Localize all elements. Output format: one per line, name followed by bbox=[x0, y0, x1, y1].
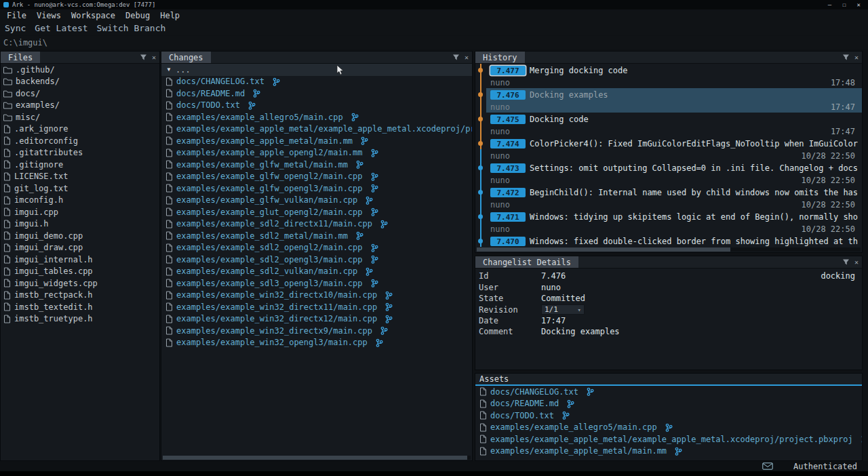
asset-file-row[interactable]: examples/example_allegro5/main.cpp bbox=[475, 422, 862, 434]
history-entry[interactable]: 7.472 BeginChild(): Internal name used b… bbox=[475, 186, 862, 210]
changed-file-row[interactable]: examples/example_glfw_opengl2/main.cpp bbox=[161, 171, 472, 183]
close-panel-icon[interactable]: ✕ bbox=[854, 54, 859, 61]
file-tree-item[interactable]: imgui_demo.cpp bbox=[1, 230, 159, 242]
changelist-details-panel: Changelist Details ✕ Id7.476docking User… bbox=[475, 256, 863, 370]
changed-file-row[interactable]: examples/example_allegro5/main.cpp bbox=[161, 111, 472, 123]
menu-views[interactable]: Views bbox=[37, 11, 61, 20]
file-tree-item[interactable]: imgui_tables.cpp bbox=[1, 266, 159, 278]
close-panel-icon[interactable]: ✕ bbox=[152, 54, 156, 61]
asset-file-row[interactable]: docs/README.md bbox=[475, 398, 862, 410]
close-button[interactable]: ✕ bbox=[857, 1, 861, 8]
changed-file-row[interactable]: examples/example_glfw_metal/main.mm bbox=[161, 159, 472, 171]
file-name: imconfig.h bbox=[14, 195, 63, 205]
filter-icon[interactable] bbox=[842, 258, 850, 266]
changed-file-row[interactable]: examples/example_glfw_opengl3/main.cpp bbox=[161, 182, 472, 195]
changed-file-row[interactable]: examples/example_win32_directx9/main.cpp bbox=[161, 325, 472, 337]
tab-files[interactable]: Files bbox=[1, 52, 40, 63]
changed-file-row[interactable]: examples/example_win32_directx10/main.cp… bbox=[161, 290, 472, 302]
asset-file-row[interactable]: examples/example_apple_metal/main.mm bbox=[475, 445, 862, 458]
asset-file-path: examples/example_apple_metal/example_app… bbox=[490, 435, 853, 444]
auth-icon bbox=[762, 462, 773, 470]
file-tree-item[interactable]: .ark_ignore bbox=[1, 123, 159, 136]
tab-changes[interactable]: Changes bbox=[161, 52, 211, 63]
file-name: imgui_tables.cpp bbox=[14, 266, 93, 276]
changed-file-row[interactable]: examples/example_apple_metal/main.mm bbox=[161, 135, 472, 147]
changed-file-row[interactable]: examples/example_sdl2_directx11/main.cpp bbox=[161, 218, 472, 231]
menu-help[interactable]: Help bbox=[160, 11, 180, 20]
tab-history[interactable]: History bbox=[475, 52, 525, 63]
changed-file-row[interactable]: examples/example_sdl2_vulkan/main.cpp bbox=[161, 266, 472, 278]
asset-file-row[interactable]: docs/TODO.txt bbox=[475, 410, 862, 422]
detail-row-revision: Revision 1/1 ▾ bbox=[475, 304, 862, 316]
history-entry[interactable]: 7.473 Settings: omit outputing Collapsed… bbox=[475, 161, 862, 186]
changes-root-row[interactable]: ▼ ... bbox=[161, 64, 472, 76]
changed-file-row[interactable]: examples/example_win32_directx12/main.cp… bbox=[161, 313, 472, 325]
changed-file-row[interactable]: examples/example_win32_opengl3/main.cpp bbox=[161, 337, 472, 349]
file-tree-item[interactable]: imgui.cpp bbox=[1, 206, 159, 218]
horizontal-scrollbar[interactable] bbox=[163, 456, 471, 460]
changed-file-row[interactable]: examples/example_sdl2_metal/main.mm bbox=[161, 230, 472, 242]
branch-icon bbox=[385, 302, 393, 311]
file-tree-item[interactable]: imstb_truetype.h bbox=[1, 313, 159, 325]
file-tree-item[interactable]: imconfig.h bbox=[1, 195, 159, 207]
file-tree-item[interactable]: docs/ bbox=[1, 87, 159, 100]
changed-file-row[interactable]: docs/README.md bbox=[161, 87, 472, 100]
switch-branch-button[interactable]: Switch Branch bbox=[97, 23, 166, 33]
file-tree-item[interactable]: imgui_internal.h bbox=[1, 254, 159, 266]
asset-file-row[interactable]: examples/example_apple_metal/example_app… bbox=[475, 433, 862, 445]
filter-icon[interactable] bbox=[842, 54, 850, 61]
changed-file-row[interactable]: examples/example_glfw_vulkan/main.cpp bbox=[161, 195, 472, 207]
changes-panel: Changes ✕ ▼ ... docs/CHANGELOG.txt docs/… bbox=[161, 51, 473, 461]
collapse-triangle-icon[interactable]: ▼ bbox=[165, 66, 172, 73]
close-panel-icon[interactable]: ✕ bbox=[854, 259, 859, 266]
history-entry[interactable]: 7.471 Windows: tidying up skipitems logi… bbox=[475, 210, 862, 235]
file-tree-item[interactable]: .gitattributes bbox=[1, 147, 159, 159]
filter-icon[interactable] bbox=[452, 54, 460, 61]
revision-selector[interactable]: 1/1 ▾ bbox=[541, 304, 585, 315]
asset-file-row[interactable]: docs/CHANGELOG.txt bbox=[475, 386, 862, 398]
history-entry[interactable]: 7.477 Merging docking code nuno 17:48 bbox=[475, 64, 862, 88]
toolbar: SyncGet LatestSwitch Branch bbox=[0, 21, 868, 35]
changed-file-row[interactable]: examples/example_sdl3_opengl3/main.cpp bbox=[161, 277, 472, 290]
file-tree-item[interactable]: backends/ bbox=[1, 76, 159, 88]
file-tree-item[interactable]: imgui_widgets.cpp bbox=[1, 277, 159, 290]
file-tree-item[interactable]: imstb_textedit.h bbox=[1, 301, 159, 313]
horizontal-scrollbar[interactable] bbox=[477, 247, 861, 252]
menu-workspace[interactable]: Workspace bbox=[71, 11, 115, 20]
file-tree-item[interactable]: .github/ bbox=[1, 64, 159, 76]
menu-file[interactable]: File bbox=[7, 11, 26, 20]
history-entry[interactable]: 7.474 ColorPicker4(): Fixed ImGuiColorEd… bbox=[475, 137, 862, 161]
file-tree-item[interactable]: .gitignore bbox=[1, 159, 159, 171]
changed-file-row[interactable]: examples/example_sdl2_opengl3/main.cpp bbox=[161, 254, 472, 266]
file-tree-item[interactable]: .editorconfig bbox=[1, 135, 159, 147]
changed-file-row[interactable]: examples/example_apple_opengl2/main.mm bbox=[161, 147, 472, 159]
maximize-button[interactable]: ☐ bbox=[842, 1, 846, 8]
file-tree-item[interactable]: examples/ bbox=[1, 100, 159, 112]
minimize-button[interactable]: – bbox=[828, 1, 831, 8]
file-name: imstb_textedit.h bbox=[14, 302, 93, 312]
changed-file-row[interactable]: docs/TODO.txt bbox=[161, 100, 472, 112]
get-latest-button[interactable]: Get Latest bbox=[35, 23, 87, 33]
changeset-title: Merging docking code bbox=[530, 66, 628, 75]
history-entry[interactable]: 7.476 Docking examples nuno 17:47 bbox=[475, 88, 862, 113]
history-entry[interactable]: 7.475 Docking code nuno 17:47 bbox=[475, 113, 862, 137]
history-entry[interactable]: 7.470 Windows: fixed double-clicked bord… bbox=[475, 235, 862, 247]
menu-debug[interactable]: Debug bbox=[125, 11, 150, 20]
changed-file-path: examples/example_win32_directx12/main.cp… bbox=[176, 314, 377, 323]
tab-changelist-details[interactable]: Changelist Details bbox=[475, 256, 578, 268]
filter-icon[interactable] bbox=[140, 54, 147, 61]
file-tree-item[interactable]: git_log.txt bbox=[1, 182, 159, 195]
close-panel-icon[interactable]: ✕ bbox=[465, 54, 469, 61]
file-tree-item[interactable]: imgui.h bbox=[1, 218, 159, 231]
file-tree-item[interactable]: LICENSE.txt bbox=[1, 171, 159, 183]
changed-file-row[interactable]: docs/CHANGELOG.txt bbox=[161, 76, 472, 88]
file-tree-item[interactable]: misc/ bbox=[1, 111, 159, 123]
changed-file-row[interactable]: examples/example_win32_directx11/main.cp… bbox=[161, 301, 472, 313]
changed-file-row[interactable]: examples/example_sdl2_opengl2/main.cpp bbox=[161, 242, 472, 254]
sync-button[interactable]: Sync bbox=[5, 23, 26, 33]
file-icon bbox=[165, 148, 173, 157]
file-tree-item[interactable]: imgui_draw.cpp bbox=[1, 242, 159, 254]
changed-file-row[interactable]: examples/example_glut_opengl2/main.cpp bbox=[161, 206, 472, 218]
changed-file-row[interactable]: examples/example_apple_metal/example_app… bbox=[161, 123, 472, 136]
file-tree-item[interactable]: imstb_rectpack.h bbox=[1, 290, 159, 302]
